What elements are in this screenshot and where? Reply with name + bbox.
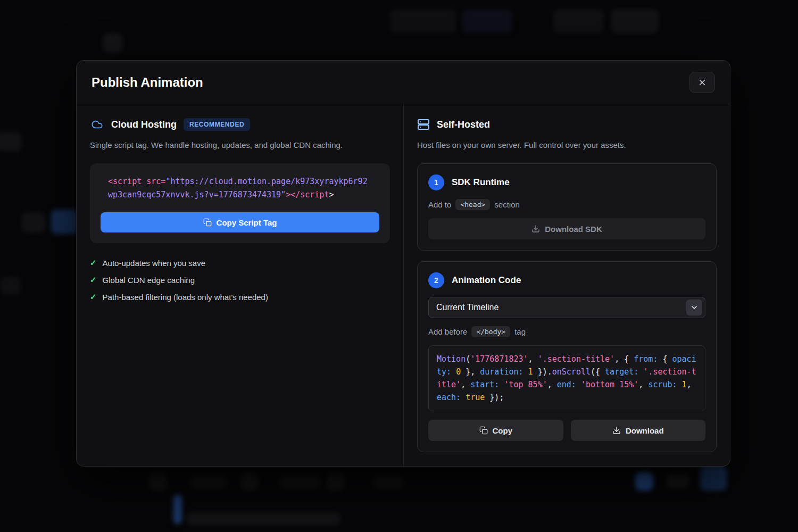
background-shape xyxy=(0,277,21,295)
feature-label: Auto-updates when you save xyxy=(103,259,205,268)
sdk-hint-prefix: Add to xyxy=(428,200,451,209)
animation-hint: Add before </body> tag xyxy=(428,326,705,337)
timeline-select-value: Current Timeline xyxy=(436,303,498,312)
close-icon xyxy=(697,78,707,87)
cloud-hosting-header: Cloud Hosting RECOMMENDED xyxy=(90,118,390,131)
animation-hint-prefix: Add before xyxy=(428,327,467,336)
timeline-select[interactable]: Current Timeline xyxy=(428,297,705,318)
background-shape xyxy=(21,212,46,233)
body-tag-pill: </body> xyxy=(471,326,510,337)
copy-script-tag-button[interactable]: Copy Script Tag xyxy=(101,212,379,232)
sdk-hint: Add to <head> section xyxy=(428,199,705,210)
background-shape xyxy=(186,512,340,526)
copy-icon xyxy=(203,218,212,227)
feature-item: ✓ Auto-updates when you save xyxy=(90,258,390,268)
publish-animation-modal: Publish Animation Cloud Hosting RECOMMEN… xyxy=(76,60,730,467)
background-shape xyxy=(240,472,259,491)
download-icon xyxy=(531,225,540,233)
cloud-feature-list: ✓ Auto-updates when you save ✓ Global CD… xyxy=(90,258,390,302)
copy-code-button[interactable]: Copy xyxy=(428,420,563,441)
background-shape xyxy=(700,466,727,491)
sdk-runtime-card: 1 SDK Runtime Add to <head> section Down… xyxy=(417,163,717,251)
background-shape xyxy=(553,9,604,34)
self-hosted-description: Host files on your own server. Full cont… xyxy=(417,140,717,151)
feature-label: Global CDN edge caching xyxy=(103,276,195,285)
animation-step-row: 2 Animation Code xyxy=(428,272,705,288)
step-2-badge: 2 xyxy=(428,272,444,288)
download-code-label: Download xyxy=(626,426,664,435)
server-icon xyxy=(417,118,430,131)
self-hosted-section: Self-Hosted Host files on your own serve… xyxy=(404,104,730,466)
background-shape xyxy=(462,9,512,34)
background-shape xyxy=(149,472,167,491)
check-icon: ✓ xyxy=(90,292,97,302)
animation-code-snippet: Motion('1776871823', '.section-title', {… xyxy=(428,345,705,411)
animation-hint-suffix: tag xyxy=(514,327,526,336)
background-shape xyxy=(51,210,78,234)
background-shape xyxy=(611,9,659,34)
script-tag-code: <script src="https://cloud.motion.page/k… xyxy=(101,175,379,202)
background-shape xyxy=(390,9,456,34)
background-shape xyxy=(173,495,182,524)
modal-header: Publish Animation xyxy=(77,61,730,104)
sdk-runtime-title: SDK Runtime xyxy=(452,177,510,188)
background-shape xyxy=(635,472,653,491)
chevron-down-icon xyxy=(686,300,702,315)
background-shape xyxy=(103,33,123,53)
check-icon: ✓ xyxy=(90,258,97,268)
background-shape xyxy=(189,475,228,489)
download-sdk-label: Download SDK xyxy=(545,225,602,234)
self-hosted-title: Self-Hosted xyxy=(437,119,490,130)
animation-code-title: Animation Code xyxy=(452,275,521,286)
download-icon xyxy=(612,426,621,435)
step-1-badge: 1 xyxy=(428,174,444,190)
close-button[interactable] xyxy=(689,72,715,93)
download-code-button[interactable]: Download xyxy=(571,420,706,441)
feature-label: Path-based filtering (loads only what's … xyxy=(103,293,268,302)
cloud-hosting-section: Cloud Hosting RECOMMENDED Single script … xyxy=(77,104,404,466)
check-icon: ✓ xyxy=(90,275,97,285)
background-shape xyxy=(0,132,22,151)
cloud-icon xyxy=(90,119,104,130)
sdk-hint-suffix: section xyxy=(494,200,520,209)
background-shape xyxy=(372,475,404,489)
background-shape xyxy=(327,472,345,491)
head-tag-pill: <head> xyxy=(455,199,490,210)
animation-actions: Copy Download xyxy=(428,420,705,441)
background-shape xyxy=(666,473,689,488)
background-shape xyxy=(279,475,321,489)
copy-icon xyxy=(479,426,488,435)
cloud-hosting-description: Single script tag. We handle hosting, up… xyxy=(90,140,390,151)
feature-item: ✓ Path-based filtering (loads only what'… xyxy=(90,292,390,302)
modal-title: Publish Animation xyxy=(92,75,203,90)
recommended-badge: RECOMMENDED xyxy=(184,118,250,131)
copy-script-tag-label: Copy Script Tag xyxy=(217,218,277,227)
download-sdk-button[interactable]: Download SDK xyxy=(428,218,705,239)
modal-body: Cloud Hosting RECOMMENDED Single script … xyxy=(77,104,730,466)
feature-item: ✓ Global CDN edge caching xyxy=(90,275,390,285)
animation-code-card: 2 Animation Code Current Timeline Add be… xyxy=(417,261,717,452)
sdk-step-row: 1 SDK Runtime xyxy=(428,174,705,190)
self-hosted-header: Self-Hosted xyxy=(417,118,717,131)
cloud-hosting-title: Cloud Hosting xyxy=(111,119,177,130)
copy-code-label: Copy xyxy=(493,426,513,435)
script-tag-card: <script src="https://cloud.motion.page/k… xyxy=(90,163,390,243)
